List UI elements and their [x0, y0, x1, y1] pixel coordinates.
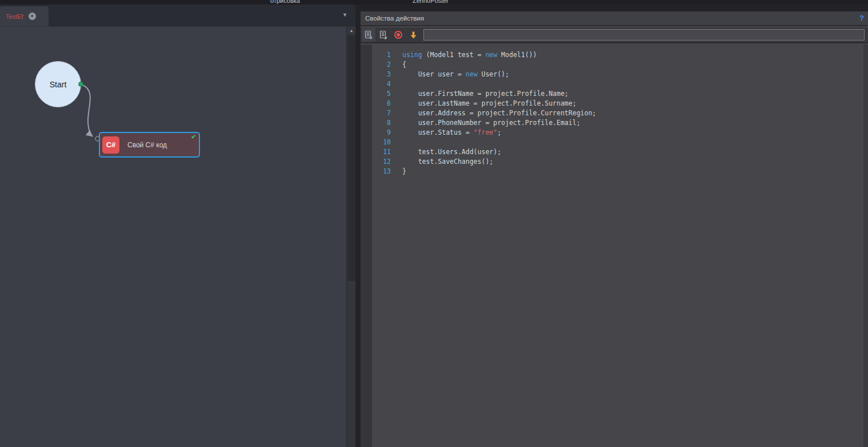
- action-properties-panel: Свойства действия ?: [361, 5, 868, 447]
- record-icon[interactable]: [391, 28, 405, 42]
- help-icon[interactable]: ?: [859, 14, 864, 22]
- code-line: 6 user.LastName = project.Profile.Surnam…: [372, 99, 863, 108]
- project-tab-bar: TestEf × ▼: [0, 5, 355, 26]
- csharp-code-block[interactable]: C# Свой C# код ✔: [99, 132, 200, 158]
- code-lines: 1using (Model1 test = new Model1())2{3 U…: [372, 50, 863, 176]
- menu-label-otrisovka: отрисовка: [270, 0, 300, 4]
- editor-toolbar: [361, 27, 868, 43]
- code-line: 12 test.SaveChanges();: [372, 157, 863, 167]
- code-line: 9 user.Status = "free";: [372, 128, 863, 138]
- panel-title: Свойства действия: [365, 15, 424, 22]
- flow-canvas[interactable]: Start C# Свой C# код ✔: [0, 26, 346, 447]
- csharp-badge-icon: C#: [102, 136, 119, 154]
- document-gear-icon[interactable]: [362, 28, 375, 42]
- top-menu-strip: отрисовка ZennoPoster: [0, 0, 868, 5]
- code-line: 7 user.Address = project.Profile.Current…: [372, 108, 863, 118]
- panel-top-strip: [361, 5, 868, 11]
- code-editor-right-margin: [863, 45, 868, 447]
- document-pencil-icon[interactable]: [377, 28, 390, 42]
- canvas-vertical-scrollbar[interactable]: ▲: [346, 26, 355, 447]
- menu-label-zennoposter: ZennoPoster: [413, 0, 449, 4]
- code-block-label: Свой C# код: [127, 141, 167, 149]
- tab-label: TestEf: [6, 13, 23, 20]
- code-editor[interactable]: 1using (Model1 test = new Model1())2{3 U…: [372, 45, 863, 447]
- zennoposter-window: отрисовка ZennoPoster TestEf × ▼ Start C…: [0, 0, 868, 447]
- code-line: 8 user.PhoneNumber = project.Profile.Ema…: [372, 118, 863, 128]
- start-node[interactable]: Start: [35, 61, 81, 107]
- tab-testef[interactable]: TestEf ×: [0, 6, 49, 26]
- action-name-input[interactable]: [423, 29, 865, 41]
- panel-divider: [355, 5, 361, 447]
- panel-header: Свойства действия ?: [361, 11, 868, 26]
- arrow-down-icon[interactable]: [406, 28, 420, 42]
- code-line: 11 test.Users.Add(user);: [372, 147, 863, 157]
- code-breakpoint-gutter[interactable]: [361, 45, 372, 447]
- tab-close-icon[interactable]: ×: [29, 13, 36, 20]
- code-line: 1using (Model1 test = new Model1()): [372, 50, 863, 60]
- code-line: 5 user.FirstName = project.Profile.Name;: [372, 89, 863, 99]
- code-line: 10: [372, 138, 863, 147]
- code-line: 2{: [372, 60, 863, 70]
- code-line: 4: [372, 79, 863, 89]
- success-check-icon: ✔: [191, 134, 196, 140]
- scroll-up-arrow-icon[interactable]: ▲: [347, 26, 356, 35]
- tab-list-chevron-down-icon[interactable]: ▼: [342, 12, 347, 18]
- start-node-label: Start: [50, 80, 67, 89]
- code-line: 3 User user = new User();: [372, 70, 863, 79]
- code-line: 13}: [372, 167, 863, 176]
- start-output-port-icon[interactable]: [78, 82, 83, 87]
- scrollbar-thumb[interactable]: [347, 35, 356, 281]
